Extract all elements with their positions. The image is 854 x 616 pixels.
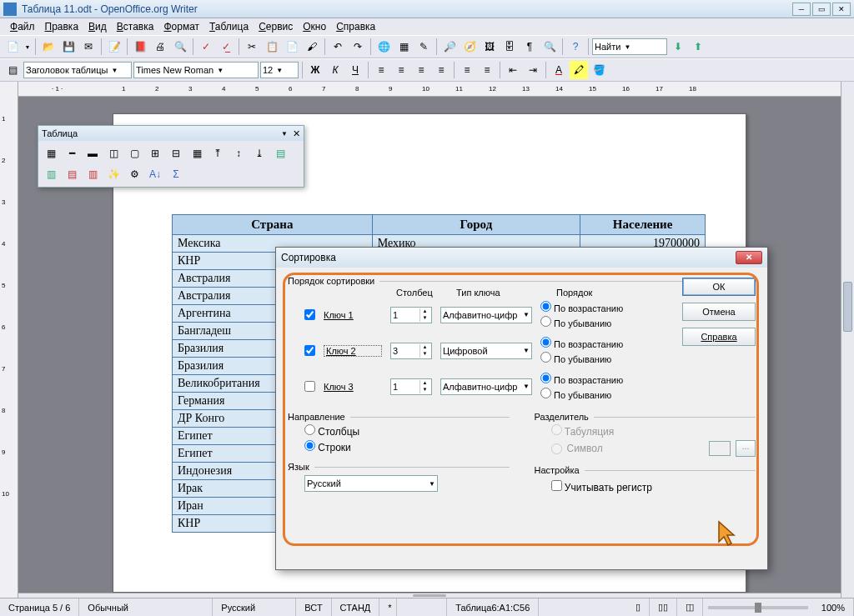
menu-format[interactable]: Формат (158, 19, 204, 34)
bgcolor-button[interactable]: 🪣 (590, 61, 608, 79)
key1-column-spinner[interactable]: 1▲▼ (390, 307, 432, 323)
align-center-button[interactable]: ≡ (392, 61, 410, 79)
sort-icon[interactable]: A↓ (146, 165, 164, 183)
sum-icon[interactable]: Σ (167, 165, 185, 183)
save-button[interactable]: 💾 (59, 38, 78, 56)
open-button[interactable]: 📂 (39, 38, 58, 56)
paste-button[interactable]: 📄 (283, 38, 301, 56)
status-page[interactable]: Страница 5 / 6 (0, 598, 79, 616)
ok-button[interactable]: ОК (682, 278, 756, 296)
new-button[interactable]: 📄 (3, 38, 22, 56)
underline-button[interactable]: Ч (346, 61, 364, 79)
align-justify-button[interactable]: ≡ (432, 61, 450, 79)
align-left-button[interactable]: ≡ (372, 61, 390, 79)
menu-tools[interactable]: Сервис (254, 19, 298, 34)
status-ins[interactable]: ВСТ (296, 598, 331, 616)
decrease-indent-button[interactable]: ⇤ (504, 61, 522, 79)
edit-button[interactable]: 📝 (105, 38, 123, 56)
key3-column-spinner[interactable]: 1▲▼ (390, 378, 432, 395)
zoom-button[interactable]: 🔍 (540, 38, 559, 56)
optimize-icon[interactable]: ▦ (188, 144, 206, 163)
menu-file[interactable]: Файл (5, 19, 40, 34)
table-header[interactable]: Население (580, 215, 706, 235)
bold-button[interactable]: Ж (306, 61, 324, 79)
find-prev-button[interactable]: ⬆ (689, 38, 707, 56)
find-toolbar-input[interactable]: Найти▼ (592, 38, 667, 55)
hyperlink-button[interactable]: 🌐 (374, 38, 393, 56)
vertical-scrollbar[interactable] (841, 82, 854, 598)
undo-button[interactable]: ↶ (329, 38, 347, 56)
close-button[interactable]: ✕ (832, 3, 851, 16)
redo-button[interactable]: ↷ (349, 38, 367, 56)
increase-indent-button[interactable]: ⇥ (524, 61, 542, 79)
direction-rows-radio[interactable] (304, 440, 315, 451)
split-icon[interactable]: ⊟ (167, 144, 185, 163)
view-book-icon[interactable]: ◫ (677, 598, 703, 616)
line-style-icon[interactable]: ━ (63, 144, 81, 163)
format-paint-button[interactable]: 🖌 (303, 38, 321, 56)
insert-row-icon[interactable]: ▤ (271, 144, 289, 163)
key2-asc-radio[interactable] (540, 337, 551, 348)
align-bot-icon[interactable]: ⤓ (250, 144, 269, 163)
help-button[interactable]: ? (566, 38, 585, 56)
borders-icon[interactable]: ◫ (104, 144, 123, 163)
minimize-button[interactable]: ─ (792, 3, 811, 16)
menu-insert[interactable]: Вставка (112, 19, 159, 34)
table-header[interactable]: Город (372, 215, 580, 235)
new-dropdown[interactable]: ▼ (23, 38, 32, 56)
key1-type-combo[interactable]: Алфавитно-цифр▼ (440, 307, 532, 323)
view-single-icon[interactable]: ▯ (627, 598, 650, 616)
align-top-icon[interactable]: ⤒ (208, 144, 227, 163)
table-button[interactable]: ▦ (394, 38, 413, 56)
key3-desc-radio[interactable] (540, 388, 551, 398)
font-name-combo[interactable]: Times New Roman▼ (133, 62, 259, 78)
drawing-button[interactable]: ✎ (414, 38, 433, 56)
autoformat-icon[interactable]: ✨ (104, 165, 123, 183)
delete-row-icon[interactable]: ▤ (63, 165, 81, 183)
print-button[interactable]: 🖨 (151, 38, 169, 56)
status-cell[interactable]: Таблица6:A1:C56 (447, 598, 539, 616)
delete-col-icon[interactable]: ▥ (83, 165, 102, 183)
menu-edit[interactable]: Правка (40, 19, 84, 34)
table-props-icon[interactable]: ⚙ (125, 165, 143, 183)
key1-asc-radio[interactable] (540, 301, 551, 312)
table-insert-icon[interactable]: ▦ (42, 144, 60, 163)
status-lang[interactable]: Русский (213, 598, 296, 616)
status-zoom[interactable]: 100% (813, 598, 854, 616)
menu-window[interactable]: Окно (298, 19, 331, 34)
find-next-button[interactable]: ⬇ (669, 38, 687, 56)
dialog-close-button[interactable]: ✕ (736, 251, 762, 264)
view-multi-icon[interactable]: ▯▯ (650, 598, 677, 616)
help-button[interactable]: Справка (682, 328, 756, 346)
zoom-slider[interactable] (708, 606, 808, 609)
direction-cols-radio[interactable] (304, 424, 315, 435)
align-right-button[interactable]: ≡ (412, 61, 430, 79)
float-toolbar-title[interactable]: Таблица ▼ ✕ (38, 126, 304, 141)
table-floating-toolbar[interactable]: Таблица ▼ ✕ ▦ ━ ▬ ◫ ▢ ⊞ ⊟ ▦ ⤒ ↕ ⤓ ▤ ▥ ▤ … (38, 125, 304, 188)
autocheck-button[interactable]: ✓̲ (217, 38, 235, 56)
table-header[interactable]: Страна (173, 215, 373, 235)
menu-help[interactable]: Справка (331, 19, 380, 34)
line-color-icon[interactable]: ▬ (83, 144, 102, 163)
datasources-button[interactable]: 🗄 (500, 38, 519, 56)
navigator-button[interactable]: 🧭 (460, 38, 479, 56)
find-button[interactable]: 🔎 (440, 38, 459, 56)
key3-asc-radio[interactable] (540, 373, 551, 383)
bullets-button[interactable]: ≡ (478, 61, 496, 79)
scrollbar-thumb[interactable] (843, 282, 852, 332)
sep-browse-button[interactable]: ... (736, 440, 756, 457)
paragraph-style-combo[interactable]: Заголовок таблицы▼ (23, 62, 132, 78)
highlight-button[interactable]: 🖍 (570, 61, 588, 79)
align-mid-icon[interactable]: ↕ (229, 144, 248, 163)
bgfill-icon[interactable]: ▢ (125, 144, 143, 163)
key3-checkbox[interactable] (304, 381, 315, 392)
key2-desc-radio[interactable] (540, 352, 551, 363)
font-color-button[interactable]: A (550, 61, 568, 79)
float-toolbar-close-icon[interactable]: ✕ (293, 128, 300, 139)
key2-type-combo[interactable]: Цифровой▼ (440, 343, 532, 359)
gallery-button[interactable]: 🖼 (480, 38, 499, 56)
key1-desc-radio[interactable] (540, 316, 551, 327)
cancel-button[interactable]: Отмена (682, 303, 756, 321)
italic-button[interactable]: К (326, 61, 344, 79)
merge-icon[interactable]: ⊞ (146, 144, 164, 163)
